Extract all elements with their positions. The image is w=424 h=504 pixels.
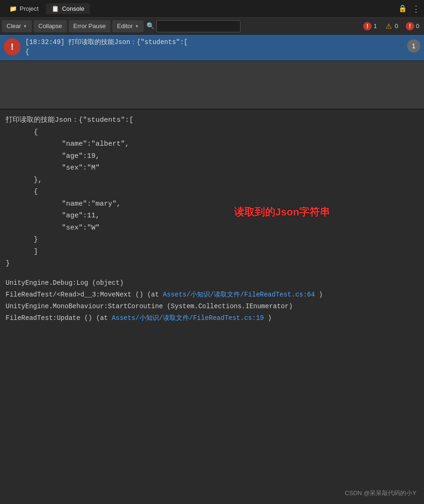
info-badge[interactable]: ! 0 bbox=[403, 21, 422, 31]
log-entry-count: 1 bbox=[407, 39, 420, 52]
search-input[interactable] bbox=[156, 20, 241, 32]
log-entry-text: [18:32:49] 打印读取的技能Json：{"students":[ { bbox=[25, 37, 402, 57]
console-top-panel: ! [18:32:49] 打印读取的技能Json：{"students":[ {… bbox=[0, 35, 424, 110]
console-tab-icon: 📋 bbox=[51, 5, 59, 12]
title-actions: 🔒 ⋮ bbox=[398, 4, 420, 14]
log-timestamp: [18:32:49] bbox=[25, 38, 65, 46]
info-count: 0 bbox=[416, 22, 419, 30]
info-badge-icon: ! bbox=[406, 22, 414, 30]
stack-line-1: UnityEngine.Debug:Log (object) bbox=[6, 277, 418, 289]
log-message-line2: { bbox=[25, 48, 29, 56]
title-bar: 📁 Project 📋 Console 🔒 ⋮ bbox=[0, 0, 424, 18]
console-tab-label: Console bbox=[62, 5, 84, 12]
stack-trace: UnityEngine.Debug:Log (object) FileReadT… bbox=[6, 277, 418, 325]
json-line-5: "sex":"M" bbox=[62, 162, 418, 174]
stack-line-4: UnityEngine.MonoBehaviour:StartCoroutine… bbox=[6, 301, 418, 312]
toolbar: Clear ▼ Collapse Error Pause Editor ▼ 🔍 … bbox=[0, 18, 424, 35]
warn-count: 0 bbox=[395, 22, 398, 30]
json-line-8: "name":"mary", bbox=[62, 198, 418, 210]
json-line-10: "sex":"W" bbox=[62, 222, 418, 234]
console-log-entry[interactable]: ! [18:32:49] 打印读取的技能Json：{"students":[ {… bbox=[0, 35, 424, 61]
footer-credit: CSDN @呆呆敲代码的小Y bbox=[345, 488, 417, 498]
error-count: 1 bbox=[373, 22, 377, 30]
console-tab[interactable]: 📋 Console bbox=[46, 3, 90, 14]
more-icon[interactable]: ⋮ bbox=[412, 4, 420, 14]
clear-dropdown-arrow: ▼ bbox=[23, 24, 27, 29]
error-badge[interactable]: ! 1 bbox=[360, 21, 380, 31]
json-line-13: } bbox=[6, 258, 418, 270]
stack-line-5-text: FileReadTest:Update () (at bbox=[6, 314, 108, 322]
json-line-7: { bbox=[34, 186, 418, 198]
lock-icon[interactable]: 🔒 bbox=[398, 4, 407, 13]
json-line-11: } bbox=[34, 234, 418, 246]
project-tab-label: Project bbox=[20, 5, 38, 12]
editor-dropdown-arrow: ▼ bbox=[135, 24, 139, 29]
editor-button[interactable]: Editor ▼ bbox=[112, 20, 144, 32]
clear-button[interactable]: Clear ▼ bbox=[2, 20, 32, 32]
stack-line-2-text: FileReadTest/<Read>d__3:MoveNext () (at bbox=[6, 291, 159, 298]
json-line-1: 打印读取的技能Json：{"students":[ bbox=[6, 114, 418, 126]
json-line-2: { bbox=[34, 126, 418, 139]
log-entry-icon: ! bbox=[4, 38, 21, 55]
clear-label: Clear bbox=[7, 22, 21, 30]
project-tab-icon: 📁 bbox=[9, 5, 17, 12]
search-icon: 🔍 bbox=[146, 22, 154, 30]
log-message-short: 打印读取的技能Json：{"students":[ bbox=[68, 38, 188, 46]
error-badge-icon: ! bbox=[363, 22, 372, 30]
project-tab[interactable]: 📁 Project bbox=[4, 3, 44, 14]
error-pause-label: Error Pause bbox=[73, 22, 106, 30]
json-line-3: "name":"albert", bbox=[62, 138, 418, 150]
stack-link-2[interactable]: Assets/小知识/读取文件/FileReadTest.cs:19 bbox=[112, 314, 264, 322]
stack-line-2: FileReadTest/<Read>d__3:MoveNext () (at … bbox=[6, 289, 418, 301]
stack-link-1[interactable]: Assets/小知识/读取文件/FileReadTest.cs:64 bbox=[163, 291, 315, 298]
stack-line-2-close: ) bbox=[319, 291, 322, 298]
error-pause-button[interactable]: Error Pause bbox=[69, 20, 110, 32]
warn-badge-icon: ⚠ bbox=[385, 22, 393, 30]
collapse-label: Collapse bbox=[38, 22, 62, 30]
console-bottom-panel: 打印读取的技能Json：{"students":[ { "name":"albe… bbox=[0, 110, 424, 504]
warn-badge[interactable]: ⚠ 0 bbox=[382, 21, 401, 31]
json-output: 打印读取的技能Json：{"students":[ { "name":"albe… bbox=[6, 114, 418, 270]
search-wrap: 🔍 bbox=[146, 20, 241, 32]
editor-label: Editor bbox=[117, 22, 133, 30]
json-line-12: ] bbox=[34, 246, 418, 258]
json-line-4: "age":19, bbox=[62, 150, 418, 163]
collapse-button[interactable]: Collapse bbox=[34, 20, 67, 32]
stack-line-5: FileReadTest:Update () (at Assets/小知识/读取… bbox=[6, 312, 418, 324]
stack-line-5-close: ) bbox=[268, 314, 271, 322]
json-line-9: "age":11, bbox=[62, 210, 418, 222]
json-line-6: }, bbox=[34, 174, 418, 186]
